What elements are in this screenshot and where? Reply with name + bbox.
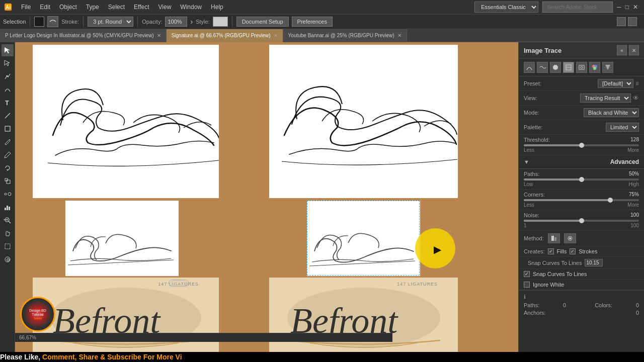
view-eye-icon[interactable]: 👁: [633, 95, 639, 102]
trace-line-icon[interactable]: [563, 62, 574, 73]
info-icon: ℹ: [524, 294, 526, 300]
svg-rect-34: [551, 236, 554, 241]
opacity-input[interactable]: [165, 17, 187, 27]
tab-youtube[interactable]: Youtube Bannar.ai @ 25% (RGB/GPU Preview…: [283, 29, 407, 42]
tab-signature-close[interactable]: ✕: [274, 33, 278, 38]
panel-collapse-icon[interactable]: «: [617, 45, 627, 55]
method-label: Method:: [524, 235, 544, 241]
svg-text:⚙: ⚙: [6, 257, 10, 262]
menu-type[interactable]: Type: [82, 2, 103, 13]
pen-tool[interactable]: [2, 70, 14, 82]
svg-rect-35: [554, 237, 556, 241]
type-tool[interactable]: T: [2, 97, 14, 109]
canvas-area[interactable]: 147 LIGATURES Befront 147 LIGATURES: [15, 42, 518, 352]
method-btn-2[interactable]: [564, 233, 576, 243]
graph-tool[interactable]: [2, 201, 14, 213]
tab-signature[interactable]: Signature.ai @ 66.67% (RGB/GPU Preview) …: [167, 29, 283, 42]
window-close[interactable]: ✕: [633, 4, 638, 11]
snap-curves-checkbox[interactable]: [524, 271, 530, 277]
menu-edit[interactable]: Edit: [36, 2, 54, 13]
search-stock-input[interactable]: [542, 2, 613, 13]
zoom-tool[interactable]: [2, 214, 14, 226]
threshold-value: 128: [630, 137, 639, 143]
separator2: [83, 17, 84, 27]
corners-track[interactable]: [524, 199, 639, 201]
tab-youtube-label: Youtube Bannar.ai @ 25% (RGB/GPU Preview…: [288, 33, 394, 38]
tab-p-letter-close[interactable]: ✕: [157, 33, 161, 38]
symbol-tool[interactable]: ⚙: [2, 253, 14, 265]
preset-select[interactable]: [Default]: [598, 79, 633, 88]
tab-p-letter[interactable]: P Letter Logo Design In Illustrator.ai @…: [0, 29, 167, 42]
method-btn-1[interactable]: [548, 233, 560, 243]
menu-help[interactable]: Help: [207, 2, 227, 13]
ignore-white-checkbox[interactable]: [524, 282, 530, 288]
palette-select[interactable]: Limited: [606, 123, 639, 132]
menu-select[interactable]: Select: [104, 2, 129, 13]
colors-stat-value: 0: [636, 302, 639, 308]
view-select[interactable]: Tracing Result: [580, 94, 631, 103]
paths-more: High: [628, 182, 639, 187]
pencil-tool[interactable]: [2, 149, 14, 161]
stroke-value-input[interactable]: [585, 259, 603, 266]
corners-row: Corners: 75% Less More: [519, 190, 644, 210]
noise-min: 1: [524, 223, 527, 228]
menu-object[interactable]: Object: [55, 2, 81, 13]
window-minimize[interactable]: ─: [617, 4, 621, 11]
preset-label: Preset:: [524, 80, 541, 86]
line-tool[interactable]: [2, 110, 14, 122]
paths-thumb: [579, 177, 584, 182]
rect-tool[interactable]: [2, 123, 14, 135]
advanced-arrow-icon: ▼: [524, 159, 529, 165]
preferences-button[interactable]: Preferences: [292, 17, 333, 27]
trace-auto-icon[interactable]: [524, 62, 535, 73]
stroke-icon[interactable]: [47, 16, 58, 27]
arrange-icons[interactable]: [617, 17, 641, 26]
strokes-checkbox[interactable]: [570, 248, 576, 254]
zoom-level: 66.67%: [19, 335, 36, 340]
artboard-tool[interactable]: [2, 240, 14, 252]
panel-title: Image Trace: [524, 47, 561, 54]
selection-tool[interactable]: [2, 44, 14, 56]
opacity-increase[interactable]: ›: [190, 18, 193, 26]
preset-reset-icon[interactable]: ≡: [635, 80, 639, 87]
watermark-line1: Design BD: [29, 309, 46, 313]
tab-youtube-close[interactable]: ✕: [397, 33, 401, 38]
menu-window[interactable]: Window: [176, 2, 206, 13]
scale-tool[interactable]: [2, 175, 14, 187]
stroke-size-select[interactable]: 3 pt. Round: [88, 17, 133, 27]
trace-color-icon[interactable]: [589, 62, 600, 73]
style-swatch[interactable]: [213, 17, 228, 27]
direct-selection-tool[interactable]: [2, 57, 14, 69]
menu-file[interactable]: File: [17, 2, 35, 13]
menu-effect[interactable]: Effect: [130, 2, 153, 13]
bottom-banner: Please Like, Comment, Share & Subscribe …: [0, 352, 644, 362]
fills-checkbox[interactable]: [548, 248, 554, 254]
advanced-section-header[interactable]: ▼ Advanced: [519, 155, 644, 169]
panel-header: Image Trace « ✕: [519, 42, 644, 59]
rotate-tool[interactable]: [2, 162, 14, 174]
svg-rect-10: [5, 208, 6, 210]
tab-p-letter-label: P Letter Logo Design In Illustrator.ai @…: [5, 33, 154, 38]
trace-expand-icon[interactable]: [602, 62, 613, 73]
menu-view[interactable]: View: [154, 2, 176, 13]
essentials-dropdown[interactable]: Essentials Classic: [474, 2, 538, 13]
corners-less: Less: [524, 202, 534, 208]
document-setup-button[interactable]: Document Setup: [236, 17, 289, 27]
corners-more: More: [627, 202, 639, 208]
mode-select[interactable]: Black and White: [584, 108, 639, 117]
curvature-tool[interactable]: [2, 83, 14, 96]
trace-sketch-icon[interactable]: [537, 62, 548, 73]
threshold-track[interactable]: [524, 144, 639, 146]
blend-tool[interactable]: [2, 188, 14, 200]
noise-track[interactable]: [524, 220, 639, 222]
trace-silhouette-icon[interactable]: [550, 62, 561, 73]
panel-close-icon[interactable]: ✕: [629, 45, 639, 55]
window-restore[interactable]: □: [625, 4, 629, 11]
paths-track[interactable]: [524, 178, 639, 180]
hand-tool[interactable]: [2, 227, 14, 239]
paintbrush-tool[interactable]: [2, 136, 14, 148]
trace-photo-icon[interactable]: [576, 62, 587, 73]
fill-color[interactable]: [34, 17, 44, 27]
home-icon[interactable]: Ai: [2, 1, 14, 13]
selection-label: Selection: [3, 19, 26, 25]
